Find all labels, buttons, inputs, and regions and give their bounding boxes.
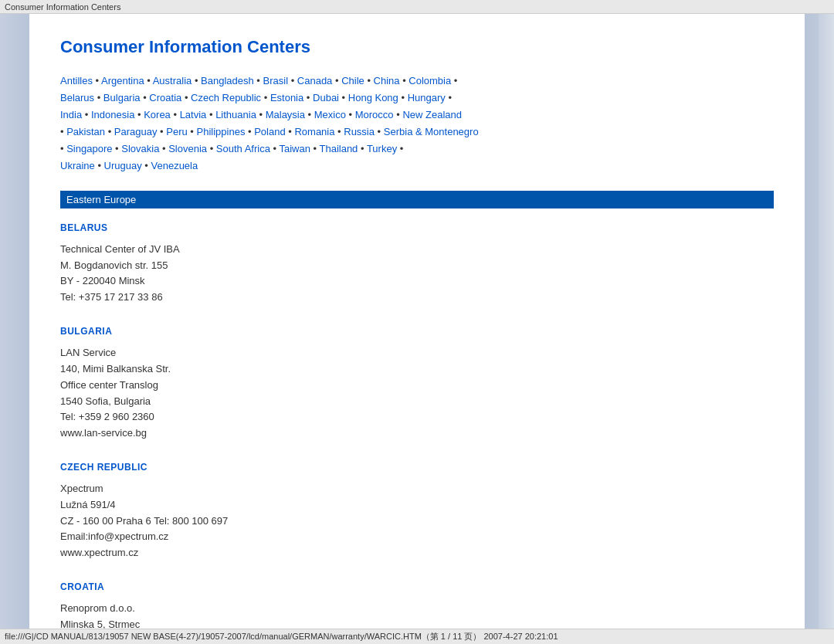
section-header-eastern-europe: Eastern Europe [60,191,774,208]
status-bar-text: file:///G|/CD MANUAL/813/19057 NEW BASE(… [5,631,558,642]
link-bangladesh[interactable]: Bangladesh [201,75,254,86]
link-uruguay[interactable]: Uruguay [104,160,142,171]
title-bar: Consumer Information Centers [0,0,834,14]
link-latvia[interactable]: Latvia [180,109,207,120]
link-peru[interactable]: Peru [166,126,187,137]
link-korea[interactable]: Korea [144,109,171,120]
link-slovakia[interactable]: Slovakia [121,143,159,154]
content-wrapper: Consumer Information Centers Antilles • … [29,14,805,629]
link-singapore[interactable]: Singapore [66,143,112,154]
country-name-bulgaria: BULGARIA [60,324,774,339]
link-canada[interactable]: Canada [297,75,333,86]
link-venezuela[interactable]: Venezuela [151,160,198,171]
link-croatia[interactable]: Croatia [149,92,181,103]
country-name-croatia: CROATIA [60,580,774,595]
country-name-belarus: BELARUS [60,221,774,236]
main-layout: Consumer Information Centers Antilles • … [0,14,834,629]
link-russia[interactable]: Russia [344,126,375,137]
link-indonesia[interactable]: Indonesia [91,109,134,120]
link-dubai[interactable]: Dubai [313,92,339,103]
left-sidebar [0,14,29,629]
page-title: Consumer Information Centers [60,37,774,57]
link-thailand[interactable]: Thailand [319,143,358,154]
link-new-zealand[interactable]: New Zealand [402,109,462,120]
link-morocco[interactable]: Morocco [355,109,394,120]
link-philippines[interactable]: Philippines [197,126,246,137]
link-paraguay[interactable]: Paraguay [114,126,158,137]
link-australia[interactable]: Australia [153,75,192,86]
link-south-africa[interactable]: South Africa [216,143,270,154]
link-bulgaria[interactable]: Bulgaria [103,92,141,103]
right-sidebar [805,14,834,629]
link-argentina[interactable]: Argentina [101,75,144,86]
link-estonia[interactable]: Estonia [270,92,303,103]
country-details-bulgaria: LAN Service 140, Mimi Balkanska Str. Off… [60,345,774,442]
link-belarus[interactable]: Belarus [60,92,94,103]
link-china[interactable]: China [374,75,400,86]
link-brasil[interactable]: Brasil [263,75,289,86]
link-poland[interactable]: Poland [254,126,285,137]
link-pakistan[interactable]: Pakistan [66,126,105,137]
country-block-czech-republic: CZECH REPUBLIC Xpectrum Lužná 591/4 CZ -… [60,460,774,561]
country-block-belarus: BELARUS Technical Center of JV IBA M. Bo… [60,221,774,306]
link-slovenia[interactable]: Slovenia [168,143,207,154]
link-india[interactable]: India [60,109,82,120]
status-bar: file:///G|/CD MANUAL/813/19057 NEW BASE(… [0,629,834,644]
link-turkey[interactable]: Turkey [367,143,397,154]
link-ukraine[interactable]: Ukraine [60,160,95,171]
link-malaysia[interactable]: Malaysia [266,109,305,120]
link-lithuania[interactable]: Lithuania [215,109,256,120]
eastern-europe-section: Eastern Europe BELARUS Technical Center … [60,191,774,629]
link-hungary[interactable]: Hungary [408,92,446,103]
link-czech-republic[interactable]: Czech Republic [191,92,261,103]
link-hong-kong[interactable]: Hong Kong [348,92,398,103]
link-colombia[interactable]: Colombia [409,75,451,86]
country-details-czech-republic: Xpectrum Lužná 591/4 CZ - 160 00 Praha 6… [60,481,774,561]
country-details-croatia: Renoprom d.o.o. Mlinska 5, Strmec HR - 4… [60,601,774,629]
link-mexico[interactable]: Mexico [314,109,346,120]
link-taiwan[interactable]: Taiwan [279,143,310,154]
country-block-croatia: CROATIA Renoprom d.o.o. Mlinska 5, Strme… [60,580,774,629]
links-section: Antilles • Argentina • Australia • Bangl… [60,73,774,175]
country-block-bulgaria: BULGARIA LAN Service 140, Mimi Balkanska… [60,324,774,442]
right-sidebar-inner [819,14,834,629]
title-bar-text: Consumer Information Centers [5,2,120,12]
country-name-czech-republic: CZECH REPUBLIC [60,460,774,475]
link-chile[interactable]: Chile [341,75,364,86]
link-romania[interactable]: Romania [294,126,334,137]
country-details-belarus: Technical Center of JV IBA M. Bogdanovic… [60,242,774,306]
link-serbia[interactable]: Serbia & Montenegro [384,126,479,137]
link-antilles[interactable]: Antilles [60,75,93,86]
